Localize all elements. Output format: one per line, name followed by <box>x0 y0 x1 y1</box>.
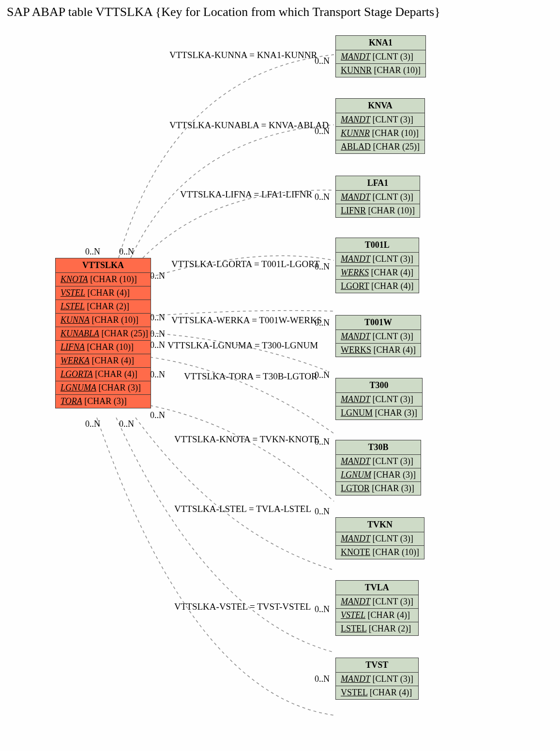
entity-t300: T300 MANDT [CLNT (3)] LGNUM [CHAR (3)] <box>335 378 423 420</box>
field-row: MANDT [CLNT (3)] <box>336 595 418 609</box>
relation-label: VTTSLKA-LSTEL = TVLA-LSTEL <box>174 504 311 514</box>
field-row: WERKS [CHAR (4)] <box>336 344 421 357</box>
field-row: LGNUM [CHAR (3)] <box>336 468 421 482</box>
entity-tvst: TVST MANDT [CLNT (3)] VSTEL [CHAR (4)] <box>335 658 419 700</box>
field-row: MANDT [CLNT (3)] <box>336 113 424 127</box>
entity-header: LFA1 <box>336 176 420 191</box>
field-row: MANDT [CLNT (3)] <box>336 50 425 64</box>
cardinality-label: 0..N <box>150 271 165 281</box>
field-row: MANDT [CLNT (3)] <box>336 330 421 344</box>
cardinality-label: 0..N <box>150 313 165 323</box>
entity-header: TVST <box>336 658 418 673</box>
field-row: LGORTA [CHAR (4)] <box>56 368 151 381</box>
relation-label: VTTSLKA-VSTEL = TVST-VSTEL <box>174 601 311 612</box>
entity-kna1: KNA1 MANDT [CLNT (3)] KUNNR [CHAR (10)] <box>335 35 426 77</box>
page-title: SAP ABAP table VTTSLKA {Key for Location… <box>7 5 555 19</box>
field-row: LGNUM [CHAR (3)] <box>336 406 422 420</box>
entity-tvla: TVLA MANDT [CLNT (3)] VSTEL [CHAR (4)] L… <box>335 580 419 636</box>
cardinality-label: 0..N <box>119 419 134 429</box>
cardinality-label: 0..N <box>85 247 100 257</box>
field-row: KUNNR [CHAR (10)] <box>336 64 425 77</box>
field-row: MANDT [CLNT (3)] <box>336 191 420 204</box>
field-row: WERKS [CHAR (4)] <box>336 266 419 280</box>
cardinality-label: 0..N <box>315 604 330 615</box>
relation-label: VTTSLKA-KUNABLA = KNVA-ABLAD <box>169 120 329 131</box>
entity-header: T001L <box>336 238 419 253</box>
entity-header: KNVA <box>336 99 424 113</box>
field-row: VSTEL [CHAR (4)] <box>336 686 418 699</box>
relation-label: VTTSLKA-KNOTA = TVKN-KNOTE <box>174 434 319 445</box>
field-row: KUNABLA [CHAR (25)] <box>56 327 151 341</box>
entity-header: T30B <box>336 440 421 455</box>
entity-header: T001W <box>336 315 421 330</box>
cardinality-label: 0..N <box>315 437 330 447</box>
entity-header: KNA1 <box>336 36 425 50</box>
field-row: VSTEL [CHAR (4)] <box>336 609 418 622</box>
field-row: MANDT [CLNT (3)] <box>336 253 419 266</box>
cardinality-label: 0..N <box>150 329 165 339</box>
field-row: TORA [CHAR (3)] <box>56 395 151 408</box>
entity-vttslka: VTTSLKA KNOTA [CHAR (10)] VSTEL [CHAR (4… <box>55 258 151 408</box>
relation-label: VTTSLKA-LIFNA = LFA1-LIFNR <box>180 189 312 200</box>
entity-header: TVKN <box>336 518 424 532</box>
field-row: KUNNA [CHAR (10)] <box>56 314 151 327</box>
relation-label: VTTSLKA-TORA = T30B-LGTOR <box>184 371 318 382</box>
field-row: LIFNA [CHAR (10)] <box>56 341 151 354</box>
relation-label: VTTSLKA-KUNNA = KNA1-KUNNR <box>169 50 317 60</box>
field-row: KNOTA [CHAR (10)] <box>56 273 151 286</box>
cardinality-label: 0..N <box>315 56 330 66</box>
cardinality-label: 0..N <box>150 370 165 380</box>
field-row: LGNUMA [CHAR (3)] <box>56 381 151 395</box>
entity-t30b: T30B MANDT [CLNT (3)] LGNUM [CHAR (3)] L… <box>335 440 421 496</box>
entity-knva: KNVA MANDT [CLNT (3)] KUNNR [CHAR (10)] … <box>335 98 425 154</box>
cardinality-label: 0..N <box>85 419 100 429</box>
diagram-canvas: VTTSLKA KNOTA [CHAR (10)] VSTEL [CHAR (4… <box>5 23 555 749</box>
field-row: MANDT [CLNT (3)] <box>336 393 422 406</box>
relation-label: VTTSLKA-WERKA = T001W-WERKS <box>171 315 322 326</box>
field-row: WERKA [CHAR (4)] <box>56 354 151 368</box>
entity-header: VTTSLKA <box>56 258 151 273</box>
cardinality-label: 0..N <box>315 192 330 202</box>
cardinality-label: 0..N <box>315 126 330 136</box>
cardinality-label: 0..N <box>315 674 330 684</box>
relation-label: VTTSLKA-LGORTA = T001L-LGORT <box>171 259 319 270</box>
field-row: KUNNR [CHAR (10)] <box>336 127 424 140</box>
cardinality-label: 0..N <box>315 262 330 272</box>
relation-label: VTTSLKA-LGNUMA = T300-LGNUM <box>167 340 318 351</box>
entity-lfa1: LFA1 MANDT [CLNT (3)] LIFNR [CHAR (10)] <box>335 176 420 218</box>
field-row: KNOTE [CHAR (10)] <box>336 546 424 559</box>
field-row: LGTOR [CHAR (3)] <box>336 482 421 495</box>
entity-header: TVLA <box>336 581 418 595</box>
cardinality-label: 0..N <box>119 247 134 257</box>
field-row: LGORT [CHAR (4)] <box>336 280 419 293</box>
field-row: MANDT [CLNT (3)] <box>336 673 418 686</box>
field-row: ABLAD [CHAR (25)] <box>336 140 424 153</box>
field-row: MANDT [CLNT (3)] <box>336 532 424 546</box>
field-row: LIFNR [CHAR (10)] <box>336 204 420 217</box>
entity-tvkn: TVKN MANDT [CLNT (3)] KNOTE [CHAR (10)] <box>335 517 424 559</box>
cardinality-label: 0..N <box>315 507 330 517</box>
field-row: MANDT [CLNT (3)] <box>336 455 421 468</box>
cardinality-label: 0..N <box>150 340 165 350</box>
entity-t001l: T001L MANDT [CLNT (3)] WERKS [CHAR (4)] … <box>335 238 419 293</box>
cardinality-label: 0..N <box>315 370 330 380</box>
field-row: LSTEL [CHAR (2)] <box>56 300 151 314</box>
entity-header: T300 <box>336 378 422 393</box>
field-row: VSTEL [CHAR (4)] <box>56 286 151 300</box>
field-row: LSTEL [CHAR (2)] <box>336 622 418 635</box>
cardinality-label: 0..N <box>315 318 330 328</box>
entity-t001w: T001W MANDT [CLNT (3)] WERKS [CHAR (4)] <box>335 315 421 357</box>
cardinality-label: 0..N <box>150 410 165 421</box>
